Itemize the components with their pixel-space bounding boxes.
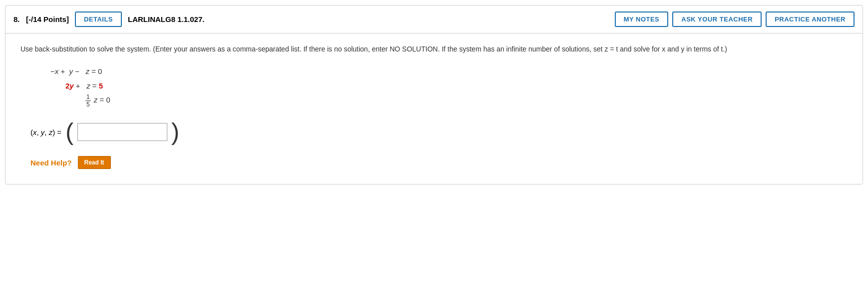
points-value: [-/14 Points] <box>26 15 69 24</box>
close-paren: ) <box>171 120 179 144</box>
problem-body: Use back-substitution to solve the syste… <box>5 34 863 184</box>
ask-teacher-button[interactable]: ASK YOUR TEACHER <box>672 12 762 27</box>
practice-another-button[interactable]: PRACTICE ANOTHER <box>766 12 855 27</box>
problem-number: 8. <box>13 15 20 24</box>
header-buttons: MY NOTES ASK YOUR TEACHER PRACTICE ANOTH… <box>615 12 855 27</box>
points-label: 8. [-/14 Points] <box>13 15 69 24</box>
need-help-row: Need Help? Read It <box>30 156 848 169</box>
problem-description: Use back-substitution to solve the syste… <box>20 44 848 54</box>
my-notes-button[interactable]: MY NOTES <box>615 12 669 27</box>
problem-header: 8. [-/14 Points] DETAILS LARLINALG8 1.1.… <box>5 6 863 34</box>
equation-2: 2y + z = 5 <box>50 79 103 94</box>
equation-1: −x + y − z = 0 <box>50 64 102 79</box>
fraction-1-5: 1 5 <box>85 94 91 108</box>
equation-3: 1 5 z = 0 <box>50 93 110 108</box>
answer-input[interactable] <box>77 123 167 141</box>
open-paren: ( <box>65 120 73 144</box>
answer-label: (x, y, z) = <box>30 128 61 136</box>
read-it-button[interactable]: Read It <box>78 156 111 169</box>
answer-row: (x, y, z) = ( ) <box>30 120 848 144</box>
equation-system: −x + y − z = 0 2y + z = 5 1 5 z <box>50 64 848 108</box>
need-help-label: Need Help? <box>30 158 72 167</box>
problem-id: LARLINALG8 1.1.027. <box>128 15 204 24</box>
problem-container: 8. [-/14 Points] DETAILS LARLINALG8 1.1.… <box>5 5 863 184</box>
details-button[interactable]: DETAILS <box>75 12 122 27</box>
